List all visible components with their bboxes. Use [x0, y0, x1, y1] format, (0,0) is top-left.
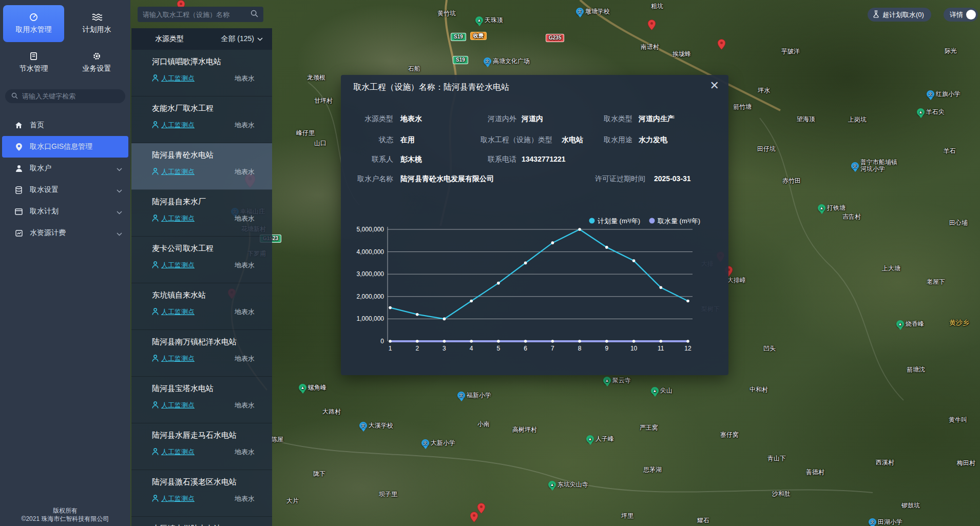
person-icon: [152, 401, 159, 410]
monitor-link[interactable]: 人工监测点: [152, 214, 195, 223]
monitor-link[interactable]: 人工监测点: [152, 447, 195, 457]
badge-label: S19: [451, 33, 466, 41]
legend-item-plan[interactable]: 计划量 (m³/年): [589, 217, 641, 225]
map-place-label: 寨仔窝: [720, 432, 739, 438]
filter-dropdown[interactable]: 全部 (125): [221, 34, 263, 44]
place-label: 大片: [286, 498, 299, 504]
water-source-type: 地表水: [235, 401, 255, 410]
sidebar-item-5[interactable]: 取水计划: [0, 201, 130, 222]
map-place-label: 中和村: [750, 386, 768, 393]
map-poi-scenic[interactable]: ▲天珠顶: [475, 16, 503, 24]
monitor-link[interactable]: 人工监测点: [152, 167, 195, 177]
sidebar-item-6[interactable]: 水资源计费: [0, 222, 130, 244]
poi-label: 打铁塘: [827, 205, 846, 211]
legend-item-intake[interactable]: 取水量 (m³/年): [649, 217, 701, 225]
place-label: 箭塘沈: [907, 366, 925, 373]
module-tile-4[interactable]: 业务设置: [66, 44, 127, 81]
intake-point-pin[interactable]: [718, 39, 725, 52]
map-poi-scenic[interactable]: ▲打铁塘: [818, 204, 846, 212]
menu-label: 取水户: [30, 164, 51, 173]
field-label: 取水类型: [341, 113, 632, 124]
detail-toggle[interactable]: 详情: [944, 8, 978, 22]
x-tick-label: 1: [389, 345, 392, 352]
field-value: 2025-03-31: [654, 173, 691, 184]
list-item[interactable]: 陆河县青砼水电站 人工监测点 地表水: [131, 143, 272, 190]
list-item[interactable]: 陆河县水唇走马石水电站 人工监测点 地表水: [131, 423, 272, 470]
search-icon[interactable]: [251, 10, 258, 20]
map-place-label: 思茅湖: [643, 466, 662, 473]
list-header: 水源类型 全部 (125): [131, 28, 272, 50]
map-place-label: 小南: [477, 421, 490, 427]
place-label: 善德村: [806, 469, 824, 476]
map-poi-scenic[interactable]: ▲聚云寺: [603, 377, 631, 384]
over-plan-intake-button[interactable]: 超计划取水(0): [868, 8, 931, 22]
monitor-link[interactable]: 人工监测点: [152, 307, 195, 317]
sidebar-search[interactable]: [5, 89, 125, 103]
menu-label: 水资源计费: [30, 228, 66, 238]
sidebar-item-1[interactable]: 首页: [0, 114, 130, 136]
series-plan-point: [551, 241, 554, 244]
series-intake-point: [497, 340, 500, 343]
list-item[interactable]: 友能水厂取水工程 人工监测点 地表水: [131, 96, 272, 143]
map-poi-scenic[interactable]: ▲人子峰: [586, 435, 614, 443]
map-poi-school[interactable]: 文田湖小学: [869, 518, 902, 526]
place-label: 黄沙乡: [949, 319, 969, 326]
field-label: 许可证过期时间: [341, 173, 645, 184]
module-tile-2[interactable]: 计划用水: [66, 5, 127, 42]
list-item[interactable]: 陆河县南万镇杞洋水电站 人工监测点 地表水: [131, 330, 272, 377]
chevron-down-icon: [117, 229, 122, 238]
map-poi-school[interactable]: 文福新小学: [457, 392, 491, 399]
water-source-type: 地表水: [235, 447, 255, 457]
sidebar-item-2[interactable]: 取水口GIS信息管理: [2, 136, 128, 158]
facility-name: 陆河县水唇走马石水电站: [152, 431, 264, 440]
sidebar-item-4[interactable]: 取水设置: [0, 179, 130, 201]
map-poi-scenic[interactable]: ▲烧香峰: [896, 320, 924, 328]
sidebar-item-3[interactable]: 取水户: [0, 158, 130, 179]
monitor-link[interactable]: 人工监测点: [152, 261, 195, 270]
facility-search-input[interactable]: [143, 11, 251, 18]
map-poi-scenic[interactable]: ▲螺角峰: [299, 384, 326, 392]
map-poi-school[interactable]: 文普宁市船埔镇 河坑小学: [851, 159, 897, 172]
list-item[interactable]: 东坑镇自来水站 人工监测点 地表水: [131, 283, 272, 330]
monitor-link[interactable]: 人工监测点: [152, 121, 195, 130]
place-label: 际光: [945, 48, 957, 54]
map-poi-scenic[interactable]: ▲东坑尖山寺: [548, 481, 588, 489]
map-poi-school[interactable]: 文红旗小学: [927, 90, 960, 98]
module-tile-3[interactable]: 节水管理: [3, 44, 64, 81]
module-tile-1[interactable]: 取用水管理: [3, 5, 64, 42]
toggle-knob[interactable]: [966, 10, 976, 20]
close-icon[interactable]: ✕: [710, 79, 719, 92]
poi-label: 红旗小学: [936, 91, 960, 98]
map-poi-school[interactable]: 文墩塘学校: [576, 8, 610, 15]
intake-point-pin[interactable]: [648, 20, 656, 32]
x-tick-label: 2: [415, 345, 419, 352]
list-item[interactable]: 麦卡公司取水工程 人工监测点 地表水: [131, 237, 272, 283]
map-poi-scenic[interactable]: ▲羊石尖: [917, 108, 945, 116]
monitor-link[interactable]: 人工监测点: [152, 494, 195, 503]
billing-icon: [14, 230, 23, 237]
map-poi-school[interactable]: 文大新小学: [421, 439, 455, 447]
list-item[interactable]: 水唇镇水栏肚水电站 人工监测点 地表水: [131, 517, 272, 526]
list-item[interactable]: 河口镇唱歌潭水电站 人工监测点 地表水: [131, 50, 272, 96]
pin-icon: [14, 143, 23, 151]
intake-point-pin[interactable]: [470, 512, 478, 524]
monitor-link[interactable]: 人工监测点: [152, 74, 195, 83]
x-tick-label: 8: [578, 345, 582, 352]
sidebar-search-input[interactable]: [22, 92, 119, 100]
x-tick-label: 7: [551, 345, 554, 352]
map-poi-scenic[interactable]: ▲尖山: [651, 387, 672, 395]
place-label: 粗坑: [651, 3, 663, 10]
map-poi-school[interactable]: 文大溪学校: [359, 422, 393, 430]
monitor-link[interactable]: 人工监测点: [152, 354, 195, 363]
scenic-marker-icon: ▲: [818, 204, 825, 212]
monitor-link[interactable]: 人工监测点: [152, 401, 195, 410]
list-item[interactable]: 陆河县宝塔水电站 人工监测点 地表水: [131, 377, 272, 423]
facility-search[interactable]: [138, 7, 263, 22]
list-item[interactable]: 陆河县激石溪老区水电站 人工监测点 地表水: [131, 470, 272, 517]
scenic-marker-icon: ▲: [917, 108, 925, 116]
map-poi-school[interactable]: 文高塘文化广场: [484, 57, 530, 65]
facility-name: 东坑镇自来水站: [152, 290, 264, 300]
list-item[interactable]: 陆河县自来水厂 人工监测点 地表水: [131, 190, 272, 237]
intake-point-pin[interactable]: [477, 503, 485, 516]
person-icon: [152, 215, 159, 223]
